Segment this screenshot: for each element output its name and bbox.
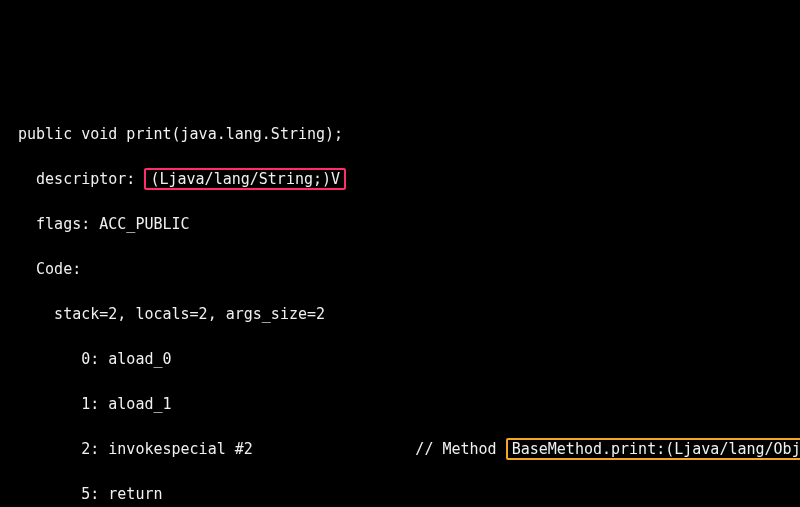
bytecode-instruction: 2: invokespecial #2 // Method BaseMethod… [18,438,782,461]
bytecode-instruction: 5: return [18,483,782,506]
method1-flags: flags: ACC_PUBLIC [18,213,782,236]
bytecode-instruction: 1: aload_1 [18,393,782,416]
method-ref-highlight-orange: BaseMethod.print:(Ljava/lang/Object;)V [506,438,800,460]
method1-signature: public void print(java.lang.String); [18,123,782,146]
comment-prefix: // Method [415,440,505,458]
descriptor-value-highlight-pink: (Ljava/lang/String;)V [144,168,346,190]
method1-descriptor: descriptor: (Ljava/lang/String;)V [18,168,782,191]
bytecode-instruction: 0: aload_0 [18,348,782,371]
code-label: Code: [18,258,782,281]
descriptor-label: descriptor: [18,170,144,188]
instruction-text: 2: invokespecial #2 [18,440,415,458]
stack-info: stack=2, locals=2, args_size=2 [18,303,782,326]
bytecode-listing: public void print(java.lang.String); des… [18,100,782,507]
